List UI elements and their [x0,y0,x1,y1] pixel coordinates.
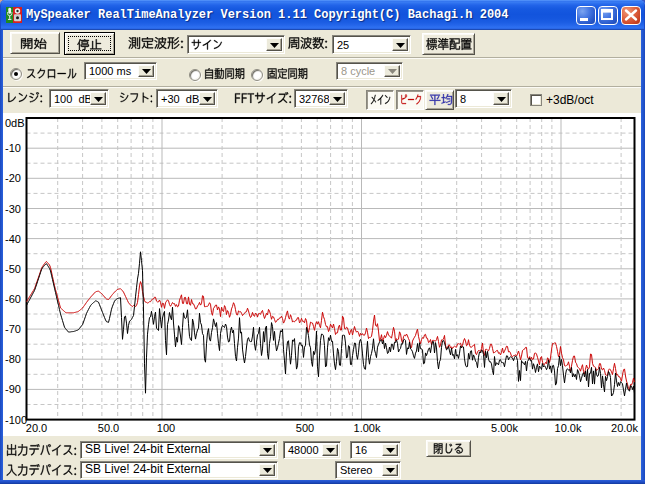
svg-text:-30: -30 [5,203,21,215]
svg-text:-70: -70 [5,323,21,335]
svg-text:500: 500 [296,422,314,434]
svg-text:-40: -40 [5,233,21,245]
svg-text:-50: -50 [5,263,21,275]
svg-text:5.00k: 5.00k [491,422,518,434]
svg-text:-90: -90 [5,383,21,395]
svg-text:-20: -20 [5,172,21,184]
svg-text:50.0: 50.0 [98,422,119,434]
svg-text:20.0k: 20.0k [611,422,638,434]
svg-text:-80: -80 [5,353,21,365]
svg-text:-100: -100 [5,414,27,426]
svg-text:1.00k: 1.00k [354,422,381,434]
svg-text:20.0: 20.0 [26,422,47,434]
svg-text:100: 100 [157,422,175,434]
svg-text:-60: -60 [5,293,21,305]
svg-text:-10: -10 [5,142,21,154]
svg-text:0dB: 0dB [5,117,25,129]
svg-text:10.0k: 10.0k [555,422,582,434]
